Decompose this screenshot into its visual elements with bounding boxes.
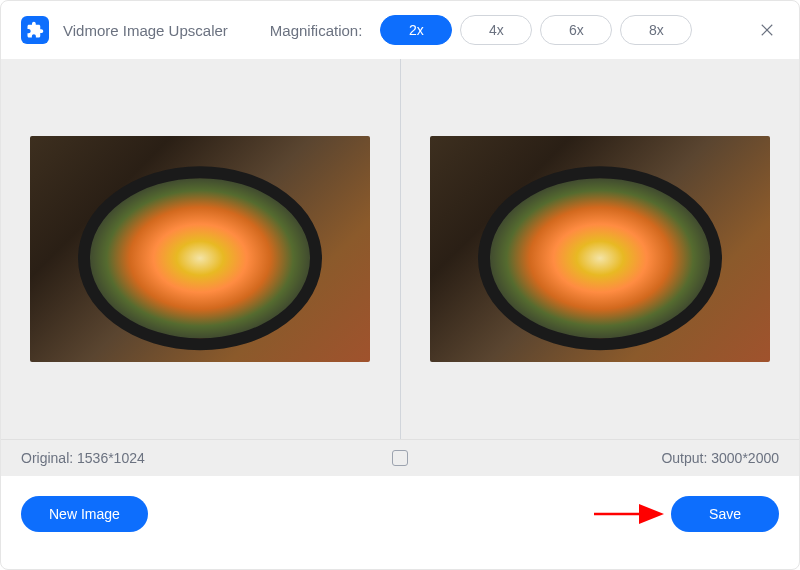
output-dimensions-label: Output: 3000*2000	[408, 450, 779, 466]
compare-toggle-button[interactable]	[392, 450, 408, 466]
puzzle-icon	[26, 21, 44, 39]
close-button[interactable]	[755, 18, 779, 42]
info-bar: Original: 1536*1024 Output: 3000*2000	[1, 439, 799, 476]
original-preview-pane	[1, 59, 400, 439]
magnification-6x-button[interactable]: 6x	[540, 15, 612, 45]
magnification-2x-button[interactable]: 2x	[380, 15, 452, 45]
magnification-group: 2x 4x 6x 8x	[380, 15, 692, 45]
new-image-button[interactable]: New Image	[21, 496, 148, 532]
footer-bar: New Image Save	[1, 476, 799, 552]
magnification-4x-button[interactable]: 4x	[460, 15, 532, 45]
original-image	[30, 136, 370, 362]
app-title: Vidmore Image Upscaler	[63, 22, 228, 39]
app-logo	[21, 16, 49, 44]
original-dimensions-label: Original: 1536*1024	[21, 450, 392, 466]
header-bar: Vidmore Image Upscaler Magnification: 2x…	[1, 1, 799, 59]
output-preview-pane	[401, 59, 800, 439]
output-image	[430, 136, 770, 362]
preview-area	[1, 59, 799, 439]
annotation-arrow	[594, 504, 674, 524]
close-icon	[758, 21, 776, 39]
save-button[interactable]: Save	[671, 496, 779, 532]
magnification-label: Magnification:	[270, 22, 363, 39]
magnification-8x-button[interactable]: 8x	[620, 15, 692, 45]
